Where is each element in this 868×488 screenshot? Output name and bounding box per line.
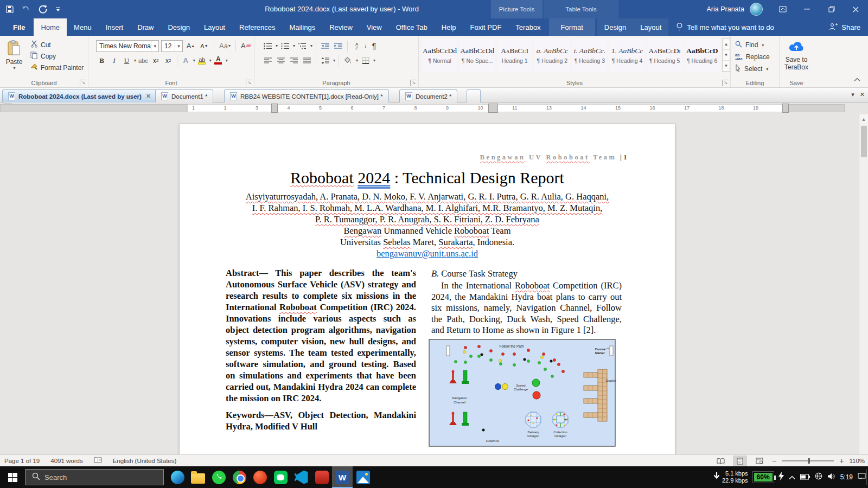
copy-button[interactable]: Copy bbox=[28, 50, 86, 62]
align-left-button[interactable] bbox=[262, 55, 273, 67]
styles-more-icon[interactable]: ▼̲ bbox=[723, 61, 730, 72]
page[interactable]: Bengawan UV Roboboat Team |1 Roboboat 20… bbox=[179, 124, 675, 454]
find-button[interactable]: Find▾ bbox=[731, 39, 779, 51]
style-heading4[interactable]: 1. AaBbCc¶ Heading 4 bbox=[609, 38, 644, 72]
strikethrough-button[interactable]: abc bbox=[137, 55, 149, 67]
start-button[interactable] bbox=[0, 466, 25, 488]
tab-home[interactable]: Home bbox=[34, 18, 67, 36]
numbering-button[interactable] bbox=[279, 40, 291, 52]
ribbon-display-options-icon[interactable] bbox=[770, 0, 795, 18]
horizontal-ruler[interactable]: 1 1 3 4 5 6 7 8 9 10 11 13 14 15 16 17 1… bbox=[0, 102, 868, 114]
print-layout-button[interactable] bbox=[733, 455, 747, 466]
multilevel-list-button[interactable] bbox=[297, 40, 308, 52]
clipboard-dialog-launcher[interactable]: ↘ bbox=[80, 80, 86, 86]
style-heading6[interactable]: AaBbCcD¶ Heading 6 bbox=[685, 38, 720, 72]
bullets-button[interactable] bbox=[262, 40, 273, 52]
battery-percent-widget[interactable]: 60% bbox=[753, 472, 774, 483]
customize-qat-icon[interactable] bbox=[55, 6, 61, 12]
pdf-app-icon[interactable] bbox=[311, 466, 332, 488]
doctab-bar-close-icon[interactable]: ✕ bbox=[860, 91, 865, 98]
indent-marker[interactable] bbox=[271, 104, 278, 113]
tab-help[interactable]: Help bbox=[435, 18, 463, 36]
tab-picture-format[interactable]: Format bbox=[549, 18, 595, 36]
select-button[interactable]: Select▾ bbox=[731, 63, 779, 75]
photos-icon[interactable] bbox=[353, 466, 373, 488]
scrollbar-thumb[interactable] bbox=[861, 126, 867, 157]
styles-scroll-up-icon[interactable]: ▲ bbox=[723, 39, 730, 50]
word-count[interactable]: 4091 words bbox=[50, 458, 82, 464]
undo-icon[interactable] bbox=[22, 5, 30, 13]
user-avatar[interactable] bbox=[750, 3, 763, 16]
line-messenger-icon[interactable] bbox=[270, 466, 291, 488]
text-effects-dropdown-icon[interactable]: ▾ bbox=[193, 58, 195, 63]
align-center-button[interactable] bbox=[275, 55, 286, 67]
cut-button[interactable]: Cut bbox=[28, 39, 86, 50]
bold-button[interactable]: B bbox=[96, 55, 107, 67]
file-explorer-icon[interactable] bbox=[188, 466, 208, 488]
web-layout-button[interactable] bbox=[752, 455, 767, 466]
shading-dropdown-icon[interactable]: ▾ bbox=[356, 58, 358, 63]
doctab-document1[interactable]: Document1 * bbox=[155, 89, 213, 102]
edge-icon[interactable] bbox=[167, 466, 188, 488]
whatsapp-icon[interactable] bbox=[208, 466, 229, 488]
tab-insert[interactable]: Insert bbox=[99, 18, 131, 36]
doctab-new[interactable] bbox=[467, 89, 481, 102]
underline-button[interactable]: U bbox=[121, 55, 132, 67]
style-no-spacing[interactable]: AaBbCcDd¶ No Spac... bbox=[459, 38, 495, 72]
style-heading2[interactable]: a. AaBbCc¶ Heading 2 bbox=[534, 38, 570, 72]
zoom-level[interactable]: 110% bbox=[849, 458, 865, 464]
language-indicator[interactable]: English (United States) bbox=[113, 458, 177, 464]
restore-button[interactable] bbox=[819, 0, 844, 18]
tab-office-tab[interactable]: Office Tab bbox=[389, 18, 435, 36]
vertical-scrollbar[interactable]: ▲ bbox=[859, 114, 868, 454]
tab-menu[interactable]: Menu bbox=[67, 18, 99, 36]
style-heading1[interactable]: AaBbCcIHeading 1 bbox=[497, 38, 532, 72]
highlight-dropdown-icon[interactable]: ▾ bbox=[209, 58, 212, 63]
paste-dropdown-icon[interactable]: ▾ bbox=[13, 66, 15, 70]
signed-in-user[interactable]: Aria Pranata bbox=[707, 5, 744, 13]
action-center-icon[interactable] bbox=[858, 472, 866, 482]
italic-button[interactable]: I bbox=[108, 55, 120, 67]
borders-dropdown-icon[interactable]: ▾ bbox=[373, 58, 375, 63]
styles-scroll-down-icon[interactable]: ▼ bbox=[723, 50, 730, 61]
replace-button[interactable]: ab⇒ac Replace bbox=[731, 51, 779, 63]
paste-button[interactable]: Paste ▾ bbox=[0, 36, 28, 78]
doctab-document2[interactable]: Document2 * bbox=[399, 89, 457, 102]
text-effects-button[interactable]: A bbox=[180, 55, 192, 67]
font-dialog-launcher[interactable]: ↘ bbox=[246, 80, 252, 86]
styles-dialog-launcher[interactable]: ↘ bbox=[722, 80, 729, 86]
tell-me-box[interactable]: Tell me what you want to do bbox=[676, 18, 774, 36]
tab-foxit-pdf[interactable]: Foxit PDF bbox=[463, 18, 509, 36]
borders-button[interactable] bbox=[360, 55, 371, 67]
doctab-list-dropdown-icon[interactable]: ▾ bbox=[851, 91, 854, 98]
underline-dropdown-icon[interactable]: ▾ bbox=[134, 58, 136, 63]
doctab-roboboat[interactable]: Roboboat 2024.docx (Last saved by user) … bbox=[2, 89, 157, 102]
superscript-button[interactable]: x2 bbox=[163, 55, 174, 67]
email-link[interactable]: bengawanuv@unit.uns.ac.id bbox=[376, 248, 478, 259]
decrease-indent-button[interactable] bbox=[320, 40, 331, 52]
document-canvas[interactable]: Bengawan UV Roboboat Team |1 Roboboat 20… bbox=[0, 114, 868, 454]
brave-browser-icon[interactable] bbox=[250, 466, 270, 488]
numbering-dropdown-icon[interactable]: ▾ bbox=[293, 43, 295, 48]
close-button[interactable] bbox=[844, 0, 868, 18]
style-heading3[interactable]: i. AaBbCc.¶ Heading 3 bbox=[572, 38, 607, 72]
tab-table-layout[interactable]: Layout bbox=[633, 18, 668, 36]
sort-button[interactable]: AZ bbox=[351, 40, 362, 52]
chrome-icon[interactable] bbox=[229, 466, 250, 488]
read-mode-button[interactable] bbox=[713, 455, 727, 466]
zoom-slider-thumb[interactable] bbox=[808, 458, 810, 464]
page-indicator[interactable]: Page 1 of 19 bbox=[4, 458, 40, 464]
collapse-ribbon-icon[interactable] bbox=[854, 74, 860, 84]
network-globe-icon[interactable] bbox=[815, 472, 822, 482]
grow-font-button[interactable]: A▲ bbox=[185, 40, 196, 52]
align-right-button[interactable] bbox=[288, 55, 299, 67]
font-size-dropdown-icon[interactable]: ▾ bbox=[175, 41, 182, 52]
change-case-button[interactable]: Aa▾ bbox=[218, 40, 232, 52]
clock[interactable]: 5:19 bbox=[840, 473, 853, 481]
doctab-close-icon[interactable]: ✕ bbox=[146, 93, 151, 100]
format-painter-button[interactable]: Format Painter bbox=[28, 62, 86, 73]
tab-layout[interactable]: Layout bbox=[197, 18, 232, 36]
increase-indent-button[interactable] bbox=[333, 40, 344, 52]
bullets-dropdown-icon[interactable]: ▾ bbox=[276, 43, 278, 48]
redo-icon[interactable] bbox=[38, 4, 48, 14]
